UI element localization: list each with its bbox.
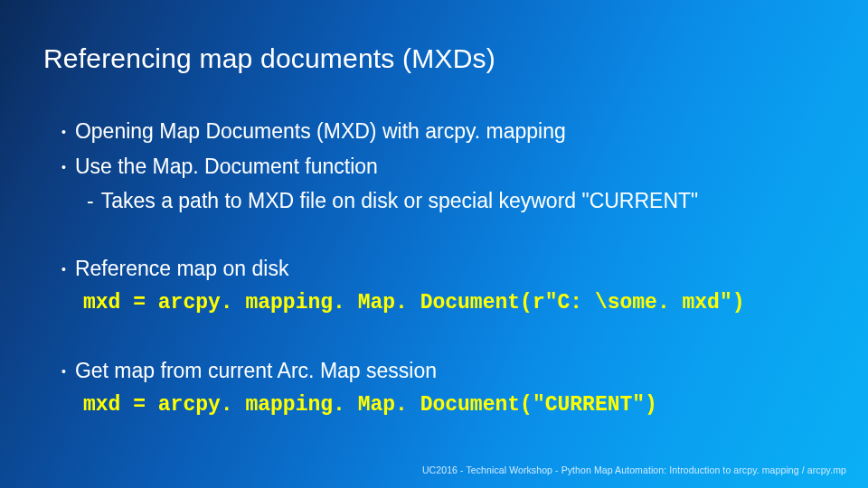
code-line: mxd = arcpy. mapping. Map. Document(r"C:… bbox=[61, 287, 825, 319]
footer-text: UC2016 - Technical Workshop - Python Map… bbox=[422, 465, 846, 475]
bullet-item: • Opening Map Documents (MXD) with arcpy… bbox=[61, 116, 825, 147]
bullet-icon: • bbox=[61, 362, 66, 381]
bullet-icon: • bbox=[61, 123, 66, 142]
bullet-text: Reference map on disk bbox=[75, 253, 825, 285]
slide: Referencing map documents (MXDs) • Openi… bbox=[0, 0, 868, 488]
slide-content: • Opening Map Documents (MXD) with arcpy… bbox=[43, 116, 825, 421]
sub-bullet-text: Takes a path to MXD file on disk or spec… bbox=[101, 185, 699, 217]
bullet-text: Opening Map Documents (MXD) with arcpy. … bbox=[75, 116, 825, 147]
bullet-text: Use the Map. Document function bbox=[75, 151, 825, 183]
bullet-group: • Get map from current Arc. Map session … bbox=[61, 355, 825, 421]
bullet-item: • Get map from current Arc. Map session bbox=[61, 355, 825, 387]
slide-title: Referencing map documents (MXDs) bbox=[43, 43, 825, 74]
sub-bullet: - Takes a path to MXD file on disk or sp… bbox=[61, 185, 825, 217]
bullet-icon: • bbox=[61, 260, 66, 279]
bullet-item: • Use the Map. Document function bbox=[61, 151, 825, 183]
bullet-item: • Reference map on disk bbox=[61, 253, 825, 285]
dash-icon: - bbox=[87, 185, 94, 217]
bullet-text: Get map from current Arc. Map session bbox=[75, 355, 825, 387]
bullet-group: • Reference map on disk mxd = arcpy. map… bbox=[61, 253, 825, 319]
bullet-icon: • bbox=[61, 158, 66, 177]
code-line: mxd = arcpy. mapping. Map. Document("CUR… bbox=[61, 389, 825, 421]
